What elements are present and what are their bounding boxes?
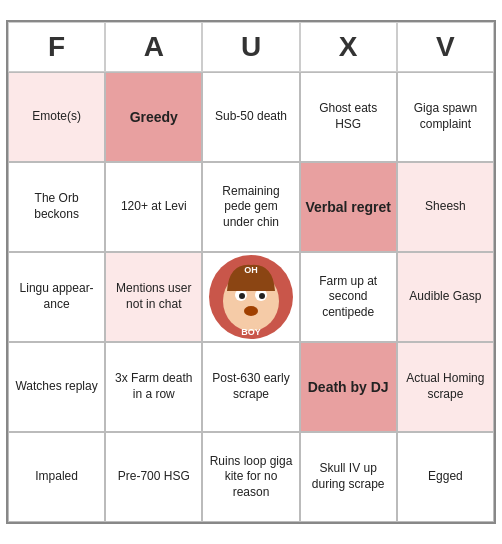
- bingo-cell-16[interactable]: 3x Farm death in a row: [105, 342, 202, 432]
- cell-text-8: Verbal regret: [305, 198, 391, 216]
- cell-text-16: 3x Farm death in a row: [110, 371, 197, 402]
- bingo-cell-23[interactable]: Skull IV up during scrape: [300, 432, 397, 522]
- bingo-cell-7[interactable]: Remaining pede gem under chin: [202, 162, 299, 252]
- bingo-cell-12[interactable]: OH BOY: [202, 252, 299, 342]
- cell-text-11: Mentions user not in chat: [110, 281, 197, 312]
- col-header-v: V: [397, 22, 494, 72]
- cell-text-1: Greedy: [130, 108, 178, 126]
- cell-text-17: Post-630 early scrape: [207, 371, 294, 402]
- bingo-cell-8[interactable]: Verbal regret: [300, 162, 397, 252]
- cell-text-22: Ruins loop giga kite for no reason: [207, 454, 294, 501]
- svg-point-5: [259, 293, 265, 299]
- bingo-grid: Emote(s)GreedySub-50 deathGhost eats HSG…: [8, 72, 494, 522]
- header-row: F A U X V: [8, 22, 494, 72]
- svg-text:BOY: BOY: [241, 327, 261, 337]
- cell-text-3: Ghost eats HSG: [305, 101, 392, 132]
- cell-text-13: Farm up at second centipede: [305, 274, 392, 321]
- bingo-cell-21[interactable]: Pre-700 HSG: [105, 432, 202, 522]
- cell-text-23: Skull IV up during scrape: [305, 461, 392, 492]
- bingo-cell-20[interactable]: Impaled: [8, 432, 105, 522]
- cell-text-9: Sheesh: [425, 199, 466, 215]
- svg-point-4: [239, 293, 245, 299]
- svg-point-6: [244, 306, 258, 316]
- bingo-cell-22[interactable]: Ruins loop giga kite for no reason: [202, 432, 299, 522]
- bingo-cell-17[interactable]: Post-630 early scrape: [202, 342, 299, 432]
- bingo-cell-3[interactable]: Ghost eats HSG: [300, 72, 397, 162]
- center-image: OH BOY: [203, 253, 298, 341]
- bingo-cell-9[interactable]: Sheesh: [397, 162, 494, 252]
- cell-text-15: Watches replay: [15, 379, 97, 395]
- cell-text-0: Emote(s): [32, 109, 81, 125]
- cell-text-14: Audible Gasp: [409, 289, 481, 305]
- cell-text-2: Sub-50 death: [215, 109, 287, 125]
- cell-text-18: Death by DJ: [308, 378, 389, 396]
- cell-text-4: Giga spawn complaint: [402, 101, 489, 132]
- col-header-u: U: [202, 22, 299, 72]
- cell-text-5: The Orb beckons: [13, 191, 100, 222]
- cell-text-19: Actual Homing scrape: [402, 371, 489, 402]
- bingo-cell-5[interactable]: The Orb beckons: [8, 162, 105, 252]
- bingo-cell-24[interactable]: Egged: [397, 432, 494, 522]
- cell-text-10: Lingu appear-ance: [13, 281, 100, 312]
- col-header-x: X: [300, 22, 397, 72]
- bingo-cell-4[interactable]: Giga spawn complaint: [397, 72, 494, 162]
- bingo-cell-11[interactable]: Mentions user not in chat: [105, 252, 202, 342]
- cell-text-6: 120+ at Levi: [121, 199, 187, 215]
- bingo-cell-14[interactable]: Audible Gasp: [397, 252, 494, 342]
- bingo-cell-13[interactable]: Farm up at second centipede: [300, 252, 397, 342]
- bingo-cell-6[interactable]: 120+ at Levi: [105, 162, 202, 252]
- cell-text-21: Pre-700 HSG: [118, 469, 190, 485]
- bingo-cell-2[interactable]: Sub-50 death: [202, 72, 299, 162]
- bingo-cell-18[interactable]: Death by DJ: [300, 342, 397, 432]
- bingo-cell-19[interactable]: Actual Homing scrape: [397, 342, 494, 432]
- bingo-card: F A U X V Emote(s)GreedySub-50 deathGhos…: [6, 20, 496, 524]
- cell-text-20: Impaled: [35, 469, 78, 485]
- bingo-cell-10[interactable]: Lingu appear-ance: [8, 252, 105, 342]
- cell-text-24: Egged: [428, 469, 463, 485]
- bingo-cell-15[interactable]: Watches replay: [8, 342, 105, 432]
- cell-text-7: Remaining pede gem under chin: [207, 184, 294, 231]
- bingo-cell-0[interactable]: Emote(s): [8, 72, 105, 162]
- svg-text:OH: OH: [244, 265, 258, 275]
- col-header-f: F: [8, 22, 105, 72]
- bingo-cell-1[interactable]: Greedy: [105, 72, 202, 162]
- col-header-a: A: [105, 22, 202, 72]
